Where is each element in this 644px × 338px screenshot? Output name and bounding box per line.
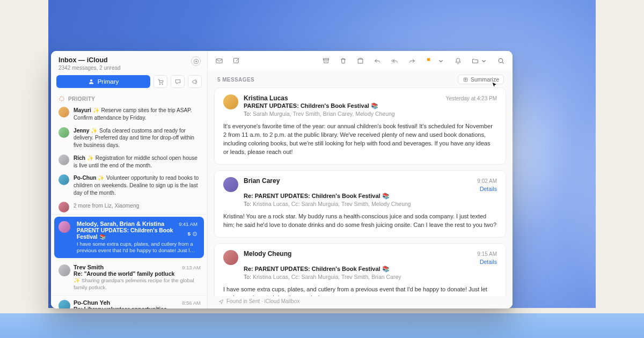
- bell-icon[interactable]: [454, 57, 462, 65]
- svg-rect-8: [324, 58, 329, 60]
- svg-point-3: [162, 84, 163, 85]
- mail-window: Inbox — iCloud 2342 messages, 2 unread P…: [51, 51, 513, 308]
- details-link[interactable]: Details: [477, 186, 497, 192]
- svg-point-10: [499, 58, 503, 63]
- mailbox-title: Inbox — iCloud: [58, 56, 121, 64]
- message-body: Kristina! You are a rock star. My buddy …: [223, 212, 497, 230]
- page-margin: [596, 0, 644, 338]
- svg-rect-9: [358, 59, 363, 63]
- folder-icon[interactable]: [471, 57, 488, 65]
- primary-tab[interactable]: Primary: [56, 75, 150, 88]
- recipients: To: Sarah Murguia, Trev Smith, Brian Car…: [244, 111, 497, 117]
- sidebar: Inbox — iCloud 2342 messages, 2 unread P…: [51, 51, 208, 308]
- svg-point-4: [60, 97, 64, 101]
- primary-tab-label: Primary: [98, 78, 119, 85]
- reply-all-icon[interactable]: [391, 57, 399, 65]
- avatar: [223, 177, 238, 192]
- thread-message-card[interactable]: Melody Cheung9:15 AMDetailsRe: PARENT UP…: [214, 243, 506, 296]
- avatar: [223, 250, 238, 265]
- envelope-icon[interactable]: [215, 57, 223, 65]
- message-body: It's everyone's favorite time of the yea…: [223, 122, 497, 157]
- priority-item[interactable]: Rich ✨ Registration for middle school op…: [51, 152, 207, 172]
- priority-item[interactable]: Jenny ✨ Sofa cleared customs and ready f…: [51, 124, 207, 152]
- svg-point-1: [90, 79, 92, 82]
- thread-header: 5 MESSAGES Summarize: [208, 70, 513, 87]
- mailbox-header: Inbox — iCloud 2342 messages, 2 unread: [51, 51, 207, 75]
- thread-message-card[interactable]: Brian Carey9:02 AMDetailsRe: PARENT UPDA…: [214, 170, 506, 238]
- page-caption-band: [0, 313, 644, 338]
- subject: PARENT UPDATES: Children's Book Festival…: [244, 102, 497, 109]
- message-item[interactable]: Melody, Sarah, Brian & Kristina9:41 AMPA…: [54, 217, 204, 258]
- subject: Re: PARENT UPDATES: Children's Book Fest…: [244, 193, 497, 200]
- avatar: [58, 127, 69, 138]
- avatar: [58, 264, 70, 276]
- avatar: [58, 202, 69, 212]
- search-icon[interactable]: [497, 57, 505, 65]
- cursor-icon: [491, 82, 498, 89]
- priority-more[interactable]: 2 more from Liz, Xiaomeng: [51, 200, 207, 214]
- social-tab[interactable]: [171, 75, 185, 88]
- message-body: I have some extra cups, plates, and cutl…: [223, 285, 497, 296]
- mailbox-subtitle: 2342 messages, 2 unread: [58, 65, 121, 71]
- priority-item[interactable]: Mayuri ✨ Reserve camp sites for the trip…: [51, 104, 207, 124]
- thread-footer: Found in Sent · iCloud Mailbox: [208, 296, 513, 308]
- from-name: Melody Cheung: [244, 250, 291, 258]
- recipients: To: Kristina Lucas, Cc: Sarah Murguia, T…: [244, 201, 497, 207]
- compose-icon[interactable]: [232, 57, 240, 65]
- toolbar: [208, 51, 513, 70]
- category-tabs: Primary: [51, 75, 207, 92]
- message-item[interactable]: Po-Chun Yeh8:56 AMRe: Library volunteer …: [51, 296, 207, 308]
- reply-icon[interactable]: [374, 57, 382, 65]
- junk-icon[interactable]: [356, 57, 364, 65]
- summarize-button[interactable]: Summarize: [458, 75, 504, 84]
- chevron-down-icon[interactable]: [437, 57, 445, 65]
- filter-icon[interactable]: [191, 56, 201, 66]
- avatar: [58, 155, 69, 165]
- avatar: [58, 300, 70, 308]
- thread-count: 5 MESSAGES: [217, 77, 254, 83]
- priority-item[interactable]: Po-Chun ✨ Volunteer opportunity to read …: [51, 172, 207, 199]
- shopping-tab[interactable]: [153, 75, 167, 88]
- timestamp: Yesterday at 4:23 PM: [446, 95, 497, 101]
- forward-icon[interactable]: [408, 57, 416, 65]
- message-item[interactable]: Trev Smith9:13 AMRe: "Around the world" …: [51, 260, 207, 295]
- thread-message-card[interactable]: Kristina LucasYesterday at 4:23 PMPARENT…: [214, 87, 506, 165]
- archive-icon[interactable]: [322, 57, 330, 65]
- from-name: Brian Carey: [244, 177, 280, 185]
- avatar: [58, 221, 70, 233]
- avatar: [58, 174, 69, 185]
- svg-point-2: [159, 84, 160, 85]
- thread-pane: 5 MESSAGES Summarize Kristina LucasYeste…: [208, 51, 513, 308]
- priority-heading: PRIORITY: [51, 92, 207, 104]
- trash-icon[interactable]: [339, 57, 347, 65]
- flag-icon[interactable]: [425, 57, 433, 65]
- avatar: [223, 94, 238, 109]
- avatar: [58, 107, 69, 117]
- timestamp: 9:02 AM: [477, 178, 497, 184]
- details-link[interactable]: Details: [477, 259, 497, 265]
- timestamp: 9:15 AM: [477, 251, 497, 257]
- from-name: Kristina Lucas: [244, 94, 288, 102]
- svg-rect-7: [234, 58, 239, 63]
- page-margin: [0, 0, 48, 338]
- promotions-tab[interactable]: [188, 75, 202, 88]
- subject: Re: PARENT UPDATES: Children's Book Fest…: [244, 266, 497, 273]
- message-list: Melody, Sarah, Brian & Kristina9:41 AMPA…: [51, 214, 207, 308]
- recipients: To: Kristina Lucas, Cc: Sarah Murguia, T…: [244, 274, 497, 280]
- svg-rect-6: [216, 58, 222, 63]
